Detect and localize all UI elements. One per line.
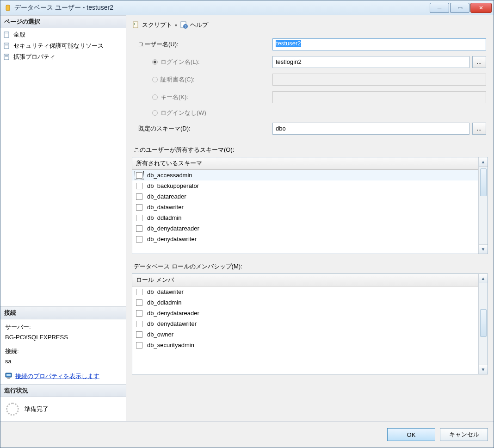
schema-name: db_denydatareader <box>147 225 199 232</box>
schema-row[interactable]: db_accessadmin <box>132 170 478 180</box>
svg-rect-2 <box>5 33 8 33</box>
server-label: サーバー: <box>5 322 121 332</box>
checkbox[interactable] <box>136 225 142 232</box>
login-name-input[interactable]: testlogin2 <box>272 56 469 68</box>
role-row[interactable]: db_datawriter <box>132 286 478 297</box>
titlebar[interactable]: データベース ユーザー - testuser2 ─ ▭ ✕ <box>0 0 494 15</box>
close-button[interactable]: ✕ <box>470 3 492 13</box>
cancel-button[interactable]: キャンセル <box>440 428 488 441</box>
page-icon <box>3 42 11 50</box>
scroll-thumb[interactable] <box>480 309 487 337</box>
role-name: db_ddladmin <box>147 299 181 306</box>
role-row[interactable]: db_ddladmin <box>132 297 478 308</box>
minimize-button[interactable]: ─ <box>430 3 449 13</box>
script-dropdown[interactable]: ▾ <box>175 23 177 28</box>
svg-rect-3 <box>5 34 8 34</box>
radio-icon <box>152 110 158 116</box>
schema-name: db_accessadmin <box>147 172 192 179</box>
spinner-icon <box>6 403 19 416</box>
progress-block: 準備完了 <box>0 397 126 421</box>
role-membership-scrollbar[interactable]: ▲ ▼ <box>478 274 488 374</box>
default-schema-label: 既定のスキーマ(D): <box>134 124 272 133</box>
role-name: db_owner <box>147 331 173 338</box>
connection-properties-link[interactable]: 接続のプロパティを表示します <box>15 371 99 381</box>
role-row[interactable]: db_denydatareader <box>132 308 478 318</box>
schema-name: db_backupoperator <box>147 182 199 189</box>
window-title: データベース ユーザー - testuser2 <box>14 4 430 12</box>
svg-rect-8 <box>5 55 8 56</box>
login-name-radio-label: ログイン名(L): <box>134 58 272 66</box>
dialog-window: データベース ユーザー - testuser2 ─ ▭ ✕ ページの選択 全般 … <box>0 0 494 448</box>
no-login-radio-label: ログインなし(W) <box>134 109 272 117</box>
scroll-thumb[interactable] <box>480 168 487 196</box>
sidebar-item-securables[interactable]: セキュリティ保護可能なリソース <box>0 40 126 51</box>
cert-name-radio-label: 証明書名(C): <box>134 75 272 84</box>
ok-button[interactable]: OK <box>387 428 435 441</box>
connection-label: 接続: <box>5 346 121 356</box>
owned-schemas-grid: 所有されているスキーマ db_accessadmindb_backupopera… <box>132 157 488 254</box>
progress-status: 準備完了 <box>25 405 49 413</box>
checkbox[interactable] <box>136 215 142 221</box>
checkbox[interactable] <box>136 183 142 189</box>
sidebar-item-label: セキュリティ保護可能なリソース <box>13 42 104 50</box>
svg-rect-0 <box>6 5 10 11</box>
role-row[interactable]: db_owner <box>132 329 478 340</box>
sidebar-item-general[interactable]: 全般 <box>0 29 126 40</box>
scroll-up-button[interactable]: ▲ <box>479 157 488 167</box>
checkbox[interactable] <box>136 299 142 306</box>
scroll-down-button[interactable]: ▼ <box>479 244 488 254</box>
cert-name-input <box>272 74 486 86</box>
dialog-footer: OK キャンセル <box>0 421 494 448</box>
script-button[interactable]: スクリプト <box>132 21 172 29</box>
schema-row[interactable]: db_backupoperator <box>132 180 478 191</box>
monitor-icon <box>5 372 12 380</box>
checkbox[interactable] <box>136 193 142 200</box>
user-name-input[interactable]: testuser2 <box>272 38 486 50</box>
role-row[interactable]: db_securityadmin <box>132 340 478 350</box>
svg-rect-5 <box>5 44 8 44</box>
checkbox[interactable] <box>136 289 142 295</box>
app-icon <box>4 4 12 12</box>
role-membership-label: データベース ロールのメンバシップ(M): <box>132 261 488 274</box>
checkbox[interactable] <box>136 204 142 211</box>
schema-row[interactable]: db_denydatareader <box>132 223 478 234</box>
checkbox[interactable] <box>136 172 142 179</box>
svg-rect-6 <box>5 45 8 45</box>
checkbox[interactable] <box>136 310 142 317</box>
role-name: db_denydatareader <box>147 310 199 317</box>
window-controls: ─ ▭ ✕ <box>430 3 492 13</box>
default-schema-input[interactable]: dbo <box>272 123 469 135</box>
scroll-down-button[interactable]: ▼ <box>479 365 488 374</box>
login-browse-button[interactable]: ... <box>472 56 486 68</box>
owned-schemas-label: このユーザーが所有するスキーマ(O): <box>132 145 488 157</box>
page-select-header: ページの選択 <box>0 15 126 28</box>
key-name-radio-label: キー名(K): <box>134 93 272 101</box>
checkbox[interactable] <box>136 321 142 327</box>
owned-schemas-header: 所有されているスキーマ <box>132 157 478 170</box>
schema-row[interactable]: db_datareader <box>132 191 478 202</box>
connection-header: 接続 <box>0 306 126 319</box>
scroll-up-button[interactable]: ▲ <box>479 274 488 283</box>
schema-browse-button[interactable]: ... <box>472 123 486 135</box>
checkbox[interactable] <box>136 236 142 243</box>
schema-row[interactable]: db_denydatawriter <box>132 234 478 244</box>
schema-row[interactable]: db_ddladmin <box>132 212 478 223</box>
radio-icon <box>152 94 158 100</box>
page-list: 全般 セキュリティ保護可能なリソース 拡張プロパティ <box>0 28 126 63</box>
schema-row[interactable]: db_datawriter <box>132 202 478 212</box>
role-row[interactable]: db_denydatawriter <box>132 318 478 329</box>
owned-schemas-scrollbar[interactable]: ▲ ▼ <box>478 157 488 254</box>
role-name: db_securityadmin <box>147 342 194 348</box>
sidebar-item-extended-properties[interactable]: 拡張プロパティ <box>0 51 126 62</box>
svg-rect-12 <box>7 378 10 379</box>
schema-name: db_datareader <box>147 193 186 200</box>
help-icon: ? <box>180 21 188 29</box>
schema-name: db_denydatawriter <box>147 236 197 243</box>
toolbar: スクリプト ▾ ? ヘルプ <box>132 19 488 34</box>
checkbox[interactable] <box>136 342 142 348</box>
connection-value: sa <box>5 356 121 367</box>
checkbox[interactable] <box>136 331 142 338</box>
radio-icon <box>152 77 158 82</box>
help-button[interactable]: ? ヘルプ <box>180 21 208 29</box>
maximize-button[interactable]: ▭ <box>450 3 469 13</box>
